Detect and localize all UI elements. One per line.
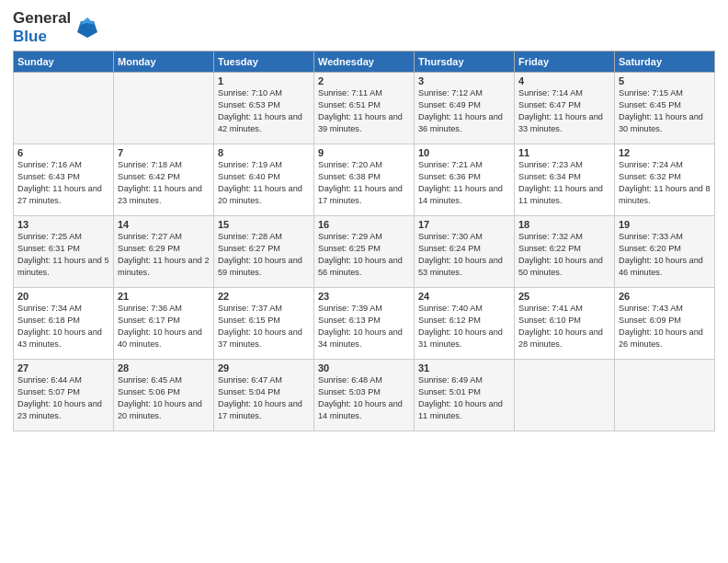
calendar-cell — [114, 73, 214, 144]
calendar-cell: 6Sunrise: 7:16 AMSunset: 6:43 PMDaylight… — [14, 144, 114, 216]
daylight-text: Daylight: 10 hours and 28 minutes. — [518, 327, 603, 349]
sunset-text: Sunset: 6:32 PM — [619, 172, 681, 181]
sunset-text: Sunset: 6:42 PM — [118, 172, 180, 181]
sunrise-text: Sunrise: 7:21 AM — [418, 160, 483, 169]
day-info: Sunrise: 6:45 AMSunset: 5:06 PMDaylight:… — [118, 374, 210, 422]
sunset-text: Sunset: 6:15 PM — [218, 316, 280, 325]
sunset-text: Sunset: 6:27 PM — [218, 244, 280, 253]
logo-blue: Blue — [13, 28, 71, 46]
day-info: Sunrise: 7:43 AMSunset: 6:09 PMDaylight:… — [619, 303, 711, 350]
header-row: SundayMondayTuesdayWednesdayThursdayFrid… — [14, 52, 715, 73]
sunrise-text: Sunrise: 7:29 AM — [318, 232, 382, 241]
sunrise-text: Sunrise: 7:41 AM — [518, 304, 583, 313]
day-info: Sunrise: 7:33 AMSunset: 6:20 PMDaylight:… — [619, 231, 711, 279]
sunset-text: Sunset: 6:17 PM — [118, 316, 180, 325]
day-number: 23 — [318, 291, 410, 302]
sunset-text: Sunset: 6:25 PM — [318, 244, 381, 253]
daylight-text: Daylight: 10 hours and 14 minutes. — [318, 399, 403, 420]
calendar-cell — [14, 73, 114, 144]
sunset-text: Sunset: 5:01 PM — [418, 387, 481, 396]
sunset-text: Sunset: 6:43 PM — [17, 172, 80, 181]
calendar-cell: 22Sunrise: 7:37 AMSunset: 6:15 PMDayligh… — [214, 288, 314, 360]
daylight-text: Daylight: 10 hours and 17 minutes. — [218, 399, 302, 420]
sunset-text: Sunset: 5:07 PM — [17, 387, 80, 396]
day-info: Sunrise: 7:19 AMSunset: 6:40 PMDaylight:… — [218, 159, 310, 207]
daylight-text: Daylight: 10 hours and 56 minutes. — [318, 256, 403, 277]
daylight-text: Daylight: 11 hours and 2 minutes. — [118, 256, 210, 277]
calendar-cell: 14Sunrise: 7:27 AMSunset: 6:29 PMDayligh… — [114, 216, 214, 288]
sunrise-text: Sunrise: 7:11 AM — [318, 88, 382, 98]
calendar-cell: 11Sunrise: 7:23 AMSunset: 6:34 PMDayligh… — [515, 144, 615, 216]
day-number: 29 — [218, 362, 310, 373]
calendar-cell: 29Sunrise: 6:47 AMSunset: 5:04 PMDayligh… — [214, 360, 314, 431]
sunrise-text: Sunrise: 6:47 AM — [218, 375, 282, 385]
sunrise-text: Sunrise: 7:16 AM — [17, 160, 82, 169]
calendar-cell: 25Sunrise: 7:41 AMSunset: 6:10 PMDayligh… — [515, 288, 615, 360]
daylight-text: Daylight: 10 hours and 59 minutes. — [218, 256, 302, 277]
sunrise-text: Sunrise: 7:12 AM — [418, 88, 483, 98]
calendar-cell: 28Sunrise: 6:45 AMSunset: 5:06 PMDayligh… — [114, 360, 214, 431]
calendar-cell: 20Sunrise: 7:34 AMSunset: 6:18 PMDayligh… — [14, 288, 114, 360]
daylight-text: Daylight: 10 hours and 20 minutes. — [118, 399, 202, 420]
sunrise-text: Sunrise: 7:19 AM — [218, 160, 282, 169]
sunrise-text: Sunrise: 7:30 AM — [418, 232, 483, 241]
day-number: 18 — [518, 219, 610, 230]
sunset-text: Sunset: 6:38 PM — [318, 172, 381, 181]
day-info: Sunrise: 7:29 AMSunset: 6:25 PMDaylight:… — [318, 231, 410, 279]
sunset-text: Sunset: 6:09 PM — [619, 316, 681, 325]
sunrise-text: Sunrise: 6:49 AM — [418, 375, 483, 385]
week-row-4: 20Sunrise: 7:34 AMSunset: 6:18 PMDayligh… — [14, 288, 715, 360]
day-number: 19 — [619, 219, 711, 230]
calendar-cell: 21Sunrise: 7:36 AMSunset: 6:17 PMDayligh… — [114, 288, 214, 360]
day-info: Sunrise: 6:48 AMSunset: 5:03 PMDaylight:… — [318, 374, 410, 422]
sunset-text: Sunset: 6:49 PM — [418, 100, 481, 109]
calendar-cell: 19Sunrise: 7:33 AMSunset: 6:20 PMDayligh… — [615, 216, 715, 288]
day-header-friday: Friday — [515, 52, 615, 73]
daylight-text: Daylight: 10 hours and 26 minutes. — [619, 327, 703, 349]
day-number: 11 — [518, 147, 610, 158]
calendar-cell: 9Sunrise: 7:20 AMSunset: 6:38 PMDaylight… — [314, 144, 415, 216]
day-info: Sunrise: 7:10 AMSunset: 6:53 PMDaylight:… — [218, 87, 310, 135]
sunrise-text: Sunrise: 7:18 AM — [118, 160, 182, 169]
sunrise-text: Sunrise: 7:27 AM — [118, 232, 182, 241]
day-number: 8 — [218, 147, 310, 158]
calendar-cell: 30Sunrise: 6:48 AMSunset: 5:03 PMDayligh… — [314, 360, 415, 431]
calendar-cell: 31Sunrise: 6:49 AMSunset: 5:01 PMDayligh… — [415, 360, 515, 431]
day-number: 7 — [118, 147, 210, 158]
calendar-cell: 27Sunrise: 6:44 AMSunset: 5:07 PMDayligh… — [14, 360, 114, 431]
daylight-text: Daylight: 10 hours and 40 minutes. — [118, 327, 202, 349]
daylight-text: Daylight: 11 hours and 33 minutes. — [518, 112, 603, 133]
day-number: 22 — [218, 291, 310, 302]
day-number: 15 — [218, 219, 310, 230]
day-number: 27 — [17, 362, 109, 373]
day-number: 1 — [218, 75, 310, 86]
calendar-cell: 3Sunrise: 7:12 AMSunset: 6:49 PMDaylight… — [415, 73, 515, 144]
day-number: 24 — [418, 291, 510, 302]
day-info: Sunrise: 7:24 AMSunset: 6:32 PMDaylight:… — [619, 159, 711, 207]
week-row-2: 6Sunrise: 7:16 AMSunset: 6:43 PMDaylight… — [14, 144, 715, 216]
day-info: Sunrise: 7:40 AMSunset: 6:12 PMDaylight:… — [418, 303, 510, 350]
logo-general: General — [13, 9, 71, 28]
daylight-text: Daylight: 10 hours and 11 minutes. — [418, 399, 503, 420]
sunset-text: Sunset: 5:03 PM — [318, 387, 381, 396]
day-info: Sunrise: 7:36 AMSunset: 6:17 PMDaylight:… — [118, 303, 210, 350]
calendar-cell: 26Sunrise: 7:43 AMSunset: 6:09 PMDayligh… — [615, 288, 715, 360]
day-header-monday: Monday — [114, 52, 214, 73]
sunrise-text: Sunrise: 7:23 AM — [518, 160, 583, 169]
sunset-text: Sunset: 6:10 PM — [518, 316, 581, 325]
daylight-text: Daylight: 11 hours and 30 minutes. — [619, 112, 703, 133]
daylight-text: Daylight: 10 hours and 34 minutes. — [318, 327, 403, 349]
sunrise-text: Sunrise: 6:44 AM — [17, 375, 82, 385]
daylight-text: Daylight: 10 hours and 43 minutes. — [17, 327, 102, 349]
sunrise-text: Sunrise: 7:36 AM — [118, 304, 182, 313]
day-header-saturday: Saturday — [615, 52, 715, 73]
daylight-text: Daylight: 11 hours and 23 minutes. — [118, 184, 202, 205]
sunset-text: Sunset: 6:47 PM — [518, 100, 581, 109]
day-number: 10 — [418, 147, 510, 158]
day-info: Sunrise: 7:39 AMSunset: 6:13 PMDaylight:… — [318, 303, 410, 350]
week-row-5: 27Sunrise: 6:44 AMSunset: 5:07 PMDayligh… — [14, 360, 715, 431]
day-header-tuesday: Tuesday — [214, 52, 314, 73]
day-info: Sunrise: 7:41 AMSunset: 6:10 PMDaylight:… — [518, 303, 610, 350]
calendar-cell: 17Sunrise: 7:30 AMSunset: 6:24 PMDayligh… — [415, 216, 515, 288]
day-header-wednesday: Wednesday — [314, 52, 415, 73]
